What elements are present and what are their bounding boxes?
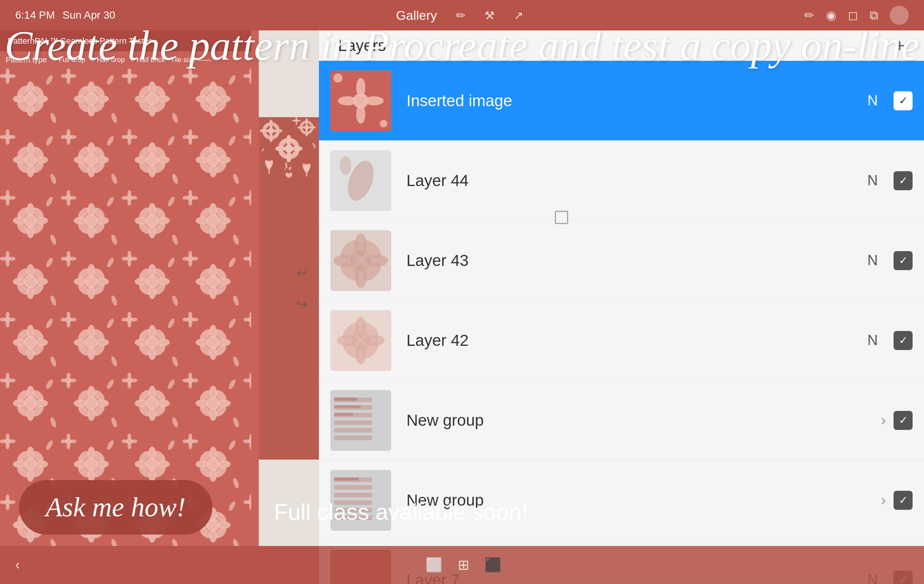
thumb-layer44-svg <box>330 150 391 211</box>
layer-mode-layer43: N <box>863 252 882 269</box>
brush-icon[interactable]: ✏ <box>804 8 814 23</box>
smudge-icon[interactable]: ◉ <box>826 8 837 23</box>
layer-item-layer44[interactable]: Layer 44 N ✓ <box>319 141 924 221</box>
layer-checkbox-new-group-2[interactable]: ✓ <box>894 491 912 510</box>
layer-name-inserted-image: Inserted image <box>406 92 863 110</box>
svg-point-40 <box>297 126 305 129</box>
svg-point-32 <box>274 129 282 132</box>
svg-point-60 <box>296 121 297 125</box>
arrow-icon: ↗ <box>514 9 523 22</box>
svg-point-39 <box>305 129 308 137</box>
svg-point-66 <box>356 78 365 97</box>
layer-checkbox-layer44[interactable]: ✓ <box>894 171 912 190</box>
center-canvas: ↩ ↪ <box>259 30 319 546</box>
redo-button[interactable]: ↪ <box>296 296 307 312</box>
svg-rect-103 <box>334 428 372 432</box>
layers-icon[interactable]: ⧉ <box>870 8 878 23</box>
svg-point-68 <box>338 96 357 106</box>
ask-me-button[interactable]: Ask me how! <box>19 480 212 535</box>
overlay-heading: Create the pattern in Procreate and test… <box>0 23 924 69</box>
layer-item-layer43[interactable]: Layer 43 N ✓ <box>319 221 924 300</box>
svg-rect-101 <box>334 413 353 416</box>
svg-point-38 <box>305 118 308 125</box>
svg-rect-102 <box>334 421 372 425</box>
gallery-link[interactable]: Gallery <box>396 8 437 23</box>
svg-rect-104 <box>334 436 372 440</box>
bottom-center-icons: ⬜ ⊞ ⬛ <box>426 557 502 573</box>
svg-rect-99 <box>334 405 361 408</box>
svg-point-70 <box>333 73 343 82</box>
canvas-checkbox[interactable] <box>555 211 568 224</box>
main-heading: Create the pattern in Procreate and test… <box>5 23 919 69</box>
layer-mode-layer42: N <box>863 332 882 348</box>
thumb-floral-svg <box>330 70 391 131</box>
svg-rect-53 <box>306 172 307 177</box>
layer-name-layer43: Layer 43 <box>406 251 863 270</box>
left-panel: PatternPAL™ Seamless Pattern Tester Patt… <box>0 30 251 546</box>
svg-rect-17 <box>0 68 251 546</box>
layer-mode-inserted-image: N <box>863 92 882 109</box>
thumb-layer42 <box>330 310 391 371</box>
edit-icon: ⚒ <box>485 9 495 22</box>
layer-thumbnail-new-group-1 <box>330 390 391 451</box>
layer-item-layer42[interactable]: Layer 42 N ✓ <box>319 300 924 381</box>
svg-point-71 <box>380 120 388 127</box>
layer-item-inserted-image[interactable]: Inserted image N ✓ <box>319 61 924 141</box>
svg-point-74 <box>340 156 351 175</box>
floral-pattern-preview <box>0 68 251 546</box>
back-nav-icon[interactable]: ‹ <box>15 557 20 573</box>
pattern-preview-app: PatternPAL™ Seamless Pattern Tester Patt… <box>0 30 251 546</box>
layer-name-layer44: Layer 44 <box>406 172 863 190</box>
thumb-newgroup1-svg <box>330 390 391 451</box>
canvas-area <box>259 117 319 460</box>
layer-item-new-group-1[interactable]: New group › ✓ <box>319 381 924 460</box>
svg-point-37 <box>304 125 309 130</box>
layer-checkbox-layer42[interactable]: ✓ <box>894 331 912 350</box>
thumb-newgroup1 <box>330 390 391 451</box>
eraser-tool-icon[interactable]: ◻ <box>848 8 858 23</box>
svg-point-69 <box>365 96 384 106</box>
status-time: 6:14 PM <box>15 9 55 21</box>
thumb-inserted-image <box>330 70 391 131</box>
layer-thumbnail-layer43 <box>330 230 391 291</box>
layer-thumbnail-layer42 <box>330 310 391 371</box>
pencil-icon: ✏ <box>456 9 465 22</box>
thumb-layer43-svg <box>330 230 391 291</box>
top-bar-right: ✏ ◉ ◻ ⧉ <box>804 6 909 25</box>
svg-point-59 <box>297 119 300 121</box>
avatar[interactable] <box>890 6 909 25</box>
layer-checkbox-inserted-image[interactable]: ✓ <box>894 91 912 111</box>
floral-pattern-svg <box>0 68 251 546</box>
svg-rect-109 <box>334 493 372 497</box>
chevron-right-icon-group1: › <box>881 412 886 429</box>
svg-point-58 <box>292 119 296 121</box>
layer-mode-layer44: N <box>863 172 882 189</box>
thumb-layer43 <box>330 230 391 291</box>
layer-name-new-group-1: New group <box>406 411 881 429</box>
svg-point-41 <box>308 126 316 129</box>
canvas-art-svg <box>259 117 319 179</box>
thumb-layer42-svg <box>330 310 391 371</box>
status-date: Sun Apr 30 <box>63 9 116 21</box>
svg-point-28 <box>268 127 274 134</box>
svg-point-30 <box>269 133 273 142</box>
svg-point-29 <box>269 119 273 128</box>
layer-name-layer42: Layer 42 <box>406 332 863 350</box>
layer-checkbox-layer43[interactable]: ✓ <box>894 251 912 270</box>
layer-checkbox-new-group-1[interactable]: ✓ <box>894 411 912 430</box>
layer-thumbnail-inserted-image <box>330 70 391 131</box>
bottom-toolbar: ‹ ⬜ ⊞ ⬛ . <box>0 546 924 584</box>
svg-rect-49 <box>268 168 270 173</box>
undo-button[interactable]: ↩ <box>296 265 307 281</box>
home-icon[interactable]: ⬜ <box>426 557 442 573</box>
svg-rect-107 <box>334 477 359 480</box>
layer-thumbnail-layer44 <box>330 150 391 211</box>
svg-rect-97 <box>334 398 357 401</box>
multitask-icon[interactable]: ⊞ <box>458 557 469 573</box>
chevron-right-icon-group2: › <box>881 492 886 509</box>
recent-apps-icon[interactable]: ⬛ <box>485 557 502 573</box>
thumb-layer44 <box>330 150 391 211</box>
top-bar-center: Gallery ✏ ⚒ ↗ <box>116 8 804 23</box>
svg-rect-108 <box>334 485 372 490</box>
svg-point-67 <box>356 105 365 124</box>
